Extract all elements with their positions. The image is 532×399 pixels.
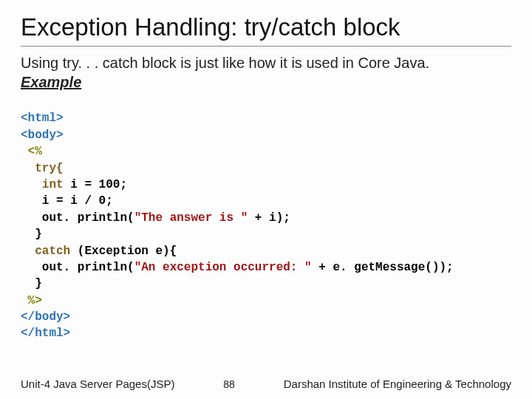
code-token: i = 100; [64, 178, 127, 191]
code-token: int [21, 178, 64, 191]
description-text: Using try. . . catch block is just like … [21, 54, 511, 72]
code-token: out. println( [21, 261, 134, 274]
code-line: %> [21, 294, 42, 307]
code-line: try{ [21, 162, 64, 175]
code-token: (Exception e){ [70, 245, 177, 258]
code-line: <body> [21, 129, 64, 142]
code-line: </html> [21, 327, 70, 340]
code-line: i = i / 0; [21, 194, 113, 208]
code-token: "The answer is " [134, 211, 248, 225]
code-line: } [21, 277, 42, 290]
code-line: } [21, 228, 42, 241]
code-token: out. println( [21, 211, 134, 225]
code-token: + i); [248, 211, 290, 225]
code-line: </body> [21, 310, 70, 324]
code-token: catch [21, 245, 70, 258]
slide: Exception Handling: try/catch block Usin… [0, 0, 532, 358]
footer: Unit-4 Java Server Pages(JSP) 88 Darshan… [0, 378, 532, 390]
code-token: + e. getMessage()); [312, 261, 454, 274]
slide-title: Exception Handling: try/catch block [21, 13, 511, 47]
code-line: <html> [21, 112, 64, 125]
code-block: <html> <body> <% try{ int i = 100; i = i… [21, 94, 511, 358]
page-number: 88 [223, 378, 235, 390]
footer-left: Unit-4 Java Server Pages(JSP) [21, 378, 174, 390]
code-line: <% [21, 145, 42, 158]
example-label: Example [21, 74, 511, 91]
footer-right: Darshan Institute of Engineering & Techn… [284, 378, 511, 390]
code-token: "An exception occurred: " [134, 261, 312, 274]
